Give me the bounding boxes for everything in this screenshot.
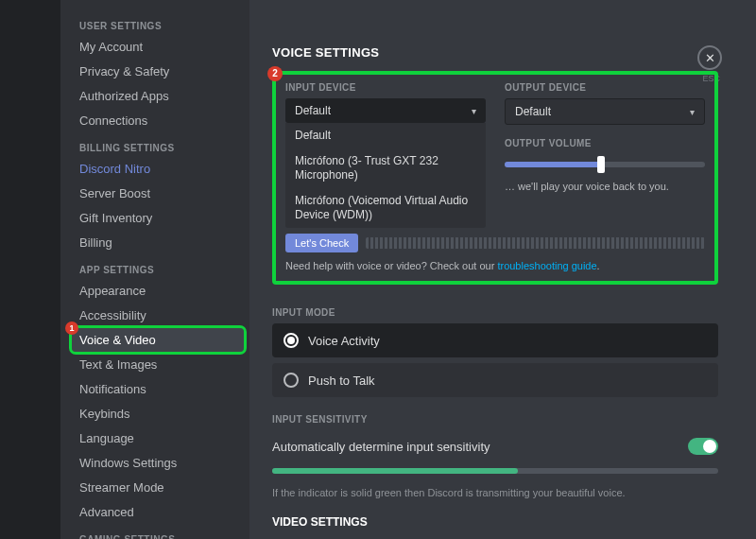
- voice-settings-heading: VOICE SETTINGS: [272, 45, 718, 60]
- chevron-down-icon: ▾: [690, 107, 695, 117]
- sensitivity-heading: INPUT SENSITIVITY: [272, 414, 718, 425]
- close-button[interactable]: ✕: [697, 45, 722, 70]
- annotation-marker-2: 2: [267, 66, 283, 81]
- sidebar-item-accessibility[interactable]: Accessibility: [72, 304, 244, 327]
- output-device-value: Default: [515, 105, 551, 118]
- input-mode-push-to-talk[interactable]: Push to Talk: [272, 363, 718, 397]
- sidebar-item-text-images[interactable]: Text & Images: [72, 353, 244, 376]
- sidebar-item-label: Accessibility: [79, 308, 146, 322]
- sidebar-item-discord-nitro[interactable]: Discord Nitro: [72, 157, 244, 181]
- input-device-option[interactable]: Default: [285, 123, 486, 148]
- sidebar-section-header: BILLING SETTINGS: [72, 133, 244, 157]
- sidebar-item-label: Notifications: [79, 382, 146, 396]
- sidebar-item-label: Server Boost: [79, 186, 150, 200]
- sidebar-item-label: Text & Images: [79, 357, 157, 372]
- close-icon: ✕: [705, 51, 715, 65]
- sidebar-item-label: Connections: [79, 113, 147, 128]
- sidebar-item-billing[interactable]: Billing: [72, 231, 244, 254]
- output-device-label: OUTPUT DEVICE: [505, 82, 705, 93]
- output-volume-slider[interactable]: [505, 162, 705, 167]
- sidebar-item-label: Language: [79, 431, 134, 445]
- troubleshooting-link[interactable]: troubleshooting guide: [497, 260, 596, 271]
- output-device-select[interactable]: Default ▾: [505, 98, 705, 125]
- sidebar-section-header: GAMING SETTINGS: [72, 525, 244, 539]
- guild-bar: [0, 0, 60, 539]
- sidebar-item-label: Discord Nitro: [79, 162, 150, 176]
- sidebar-item-label: Gift Inventory: [79, 211, 152, 225]
- auto-sensitivity-toggle[interactable]: [688, 438, 718, 455]
- sidebar-item-server-boost[interactable]: Server Boost: [72, 182, 244, 205]
- output-volume-label: OUTPUT VOLUME: [505, 138, 705, 148]
- input-mode-section: INPUT MODE Voice Activity Push to Talk: [272, 307, 718, 397]
- radio-label: Push to Talk: [308, 374, 375, 388]
- sidebar-item-label: Appearance: [79, 284, 146, 298]
- sidebar-item-authorized-apps[interactable]: Authorized Apps: [72, 84, 244, 108]
- sidebar-item-label: Windows Settings: [79, 456, 177, 470]
- chevron-down-icon: ▾: [472, 106, 476, 116]
- sidebar-item-streamer-mode[interactable]: Streamer Mode: [72, 476, 244, 499]
- sidebar-item-label: Advanced: [79, 505, 134, 519]
- sidebar-item-advanced[interactable]: Advanced: [72, 500, 244, 524]
- sidebar-item-label: Billing: [79, 235, 112, 250]
- input-device-option[interactable]: Micrófono (3- Trust GXT 232 Microphone): [285, 148, 486, 188]
- sidebar-item-keybinds[interactable]: Keybinds: [72, 402, 244, 426]
- sidebar-item-label: Privacy & Safety: [79, 64, 169, 78]
- lets-check-button[interactable]: Let's Check: [285, 234, 358, 252]
- sidebar-item-label: Keybinds: [79, 407, 129, 421]
- sensitivity-slider[interactable]: [272, 468, 718, 474]
- input-device-dropdown: Default Micrófono (3- Trust GXT 232 Micr…: [285, 123, 486, 228]
- sidebar-item-label: Streamer Mode: [79, 480, 164, 495]
- sidebar-item-language[interactable]: Language: [72, 426, 244, 450]
- radio-icon: [284, 333, 299, 348]
- input-device-label: INPUT DEVICE: [285, 82, 486, 93]
- device-highlight-box: 2 INPUT DEVICE Default ▾ Default Micrófo…: [272, 71, 718, 285]
- sidebar-item-windows-settings[interactable]: Windows Settings: [72, 451, 244, 475]
- sidebar-item-my-account[interactable]: My Account: [72, 35, 244, 59]
- input-device-value: Default: [295, 104, 331, 117]
- video-settings-heading: VIDEO SETTINGS: [272, 515, 718, 529]
- sidebar-section-header: USER SETTINGS: [72, 11, 244, 35]
- input-mode-label: INPUT MODE: [272, 307, 718, 318]
- sidebar-item-notifications[interactable]: Notifications: [72, 377, 244, 401]
- input-device-select[interactable]: Default ▾: [285, 98, 486, 123]
- settings-main: ✕ ESC VOICE SETTINGS 2 INPUT DEVICE Defa…: [249, 0, 756, 539]
- sidebar-section-header: APP SETTINGS: [72, 255, 244, 279]
- mic-test-note: … we'll play your voice back to you.: [505, 181, 705, 192]
- sidebar-item-privacy-safety[interactable]: Privacy & Safety: [72, 60, 244, 83]
- sidebar-item-label: Authorized Apps: [79, 89, 169, 103]
- sidebar-item-connections[interactable]: Connections: [72, 109, 244, 132]
- input-device-option[interactable]: Micrófono (Voicemod Virtual Audio Device…: [285, 188, 486, 228]
- input-mode-voice-activity[interactable]: Voice Activity: [272, 323, 718, 357]
- auto-sensitivity-label: Automatically determine input sensitivit…: [272, 440, 490, 454]
- radio-label: Voice Activity: [308, 334, 380, 348]
- sidebar-item-appearance[interactable]: Appearance: [72, 279, 244, 303]
- radio-icon: [284, 373, 299, 388]
- annotation-marker-1: 1: [65, 322, 78, 335]
- sidebar-item-voice-video[interactable]: 1Voice & Video: [72, 328, 244, 352]
- voice-help-note: Need help with voice or video? Check out…: [285, 260, 705, 271]
- settings-sidebar: USER SETTINGSMy AccountPrivacy & SafetyA…: [60, 0, 249, 539]
- mic-level-meter: [366, 237, 705, 249]
- sensitivity-note: If the indicator is solid green then Dis…: [272, 487, 718, 498]
- sidebar-item-label: Voice & Video: [79, 333, 156, 347]
- sidebar-item-label: My Account: [79, 40, 143, 54]
- sidebar-item-gift-inventory[interactable]: Gift Inventory: [72, 206, 244, 230]
